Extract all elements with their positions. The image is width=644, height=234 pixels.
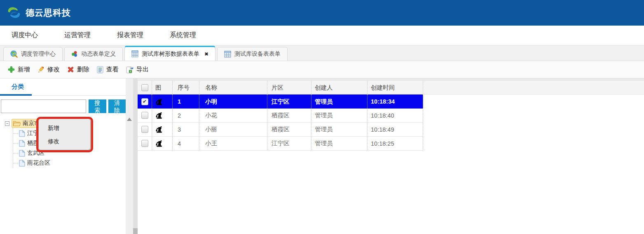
search-button[interactable]: 搜索 <box>89 99 106 113</box>
tree-connector <box>13 143 18 144</box>
table-grid-icon <box>224 51 231 58</box>
add-button[interactable]: 新增 <box>4 61 34 78</box>
tree-node-yuhuatai[interactable]: 雨花台区 <box>13 158 126 168</box>
grid-header-row: 图 序号 名称 片区 创建人 创建时间 <box>138 81 644 95</box>
tab-device-form[interactable]: 测试库设备表表单 <box>217 47 288 61</box>
nav-item-operations[interactable]: 运营管理 <box>64 31 91 40</box>
add-button-label: 新增 <box>18 66 30 73</box>
main-nav: 调度中心 运营管理 报表管理 系统管理 <box>0 26 644 45</box>
tab-strip: 调度管理中心 动态表单定义 测试库树形数据表表单 ✖ <box>0 45 644 61</box>
select-all-checkbox[interactable] <box>141 84 148 91</box>
name-cell: 小明 <box>199 95 267 109</box>
file-icon <box>19 150 25 157</box>
nav-item-system[interactable]: 系统管理 <box>170 31 196 40</box>
table-grid-icon <box>131 50 138 57</box>
content-area: 分类 搜索 清除 − 南京市 <box>0 78 644 234</box>
created-cell: 10:18:40 <box>368 109 423 122</box>
view-button-label: 查看 <box>106 66 119 73</box>
context-menu-add[interactable]: 新增 <box>39 121 90 135</box>
app-title: 德云思科技 <box>26 7 71 19</box>
column-header-name[interactable]: 名称 <box>199 81 267 95</box>
table-row[interactable]: 3 小丽 栖霞区 管理员 10:18:49 <box>138 123 423 137</box>
export-button-label: 导出 <box>136 66 149 73</box>
tree-connector <box>13 153 18 154</box>
camera-icon <box>155 139 163 147</box>
nav-item-reports[interactable]: 报表管理 <box>117 31 143 40</box>
add-icon <box>8 66 15 73</box>
tab-dispatch-management[interactable]: 调度管理中心 <box>3 47 63 61</box>
table-row[interactable]: 4 小王 江宁区 管理员 10:18:25 <box>138 137 423 151</box>
tab-label: 动态表单定义 <box>81 50 116 58</box>
grid-body: ✔ 1 小明 江宁区 管理员 10:18:34 2 小花 栖霞区 管理员 10:… <box>138 95 423 151</box>
tab-dynamic-form-definition[interactable]: 动态表单定义 <box>64 47 123 61</box>
delete-button[interactable]: 删除 <box>63 61 93 78</box>
edit-button-label: 修改 <box>47 66 60 73</box>
creator-cell: 管理员 <box>311 123 368 136</box>
export-button[interactable]: x 导出 <box>122 61 152 78</box>
name-cell: 小王 <box>199 137 267 150</box>
column-header-pic[interactable]: 图 <box>152 81 173 95</box>
tab-label: 调度管理中心 <box>21 50 56 58</box>
edit-icon <box>37 66 44 73</box>
district-cell: 栖霞区 <box>267 123 311 136</box>
nav-item-dispatch-center[interactable]: 调度中心 <box>12 31 38 40</box>
view-button[interactable]: 查看 <box>93 61 122 78</box>
camera-icon <box>155 111 163 119</box>
view-icon <box>97 66 103 73</box>
collapse-icon[interactable]: − <box>5 121 9 126</box>
creator-cell: 管理员 <box>311 109 368 122</box>
row-checkbox[interactable]: ✔ <box>141 98 148 105</box>
tree-connector <box>13 133 18 134</box>
tree-node-selected[interactable]: 南京市 <box>12 119 42 128</box>
edit-button[interactable]: 修改 <box>34 61 63 78</box>
tab-label: 测试库树形数据表表单 <box>142 50 199 58</box>
district-cell: 江宁区 <box>267 95 311 109</box>
seq-cell: 4 <box>173 137 199 150</box>
created-cell: 10:18:25 <box>368 137 423 150</box>
splitter-thumb[interactable] <box>133 228 138 234</box>
tab-tree-data-form[interactable]: 测试库树形数据表表单 ✖ <box>124 46 215 61</box>
grid-header-filler <box>423 81 644 95</box>
tab-label: 测试库设备表表单 <box>234 50 281 58</box>
category-sidebar: 分类 搜索 清除 − 南京市 <box>0 78 126 234</box>
column-header-district[interactable]: 片区 <box>267 81 311 95</box>
district-cell: 江宁区 <box>267 137 311 150</box>
camera-icon <box>155 98 163 106</box>
table-row[interactable]: 2 小花 栖霞区 管理员 10:18:40 <box>138 109 423 123</box>
category-panel-title: 分类 <box>0 78 126 96</box>
globe-search-icon <box>10 50 18 58</box>
column-header-seq[interactable]: 序号 <box>173 81 199 95</box>
seq-cell: 2 <box>173 109 199 122</box>
cloud-swirl-icon <box>6 5 22 21</box>
scroll-up-icon[interactable] <box>127 118 132 121</box>
column-header-created[interactable]: 创建时间 <box>368 81 423 95</box>
seq-cell: 3 <box>173 123 199 136</box>
district-cell: 栖霞区 <box>267 109 311 122</box>
created-cell: 10:18:34 <box>368 95 423 109</box>
column-header-creator[interactable]: 创建人 <box>311 81 368 95</box>
sidebar-scrollbar[interactable] <box>126 78 133 234</box>
category-search-input[interactable] <box>1 99 86 113</box>
clear-button[interactable]: 清除 <box>108 99 126 113</box>
data-grid-panel: 图 序号 名称 片区 创建人 创建时间 ✔ 1 小明 江宁区 管理员 10:18… <box>138 78 644 234</box>
app-header: 德云思科技 <box>0 0 644 26</box>
close-icon[interactable]: ✖ <box>204 52 208 57</box>
folder-open-icon <box>13 120 21 127</box>
delete-icon <box>67 66 74 73</box>
camera-icon <box>155 125 163 133</box>
file-icon <box>19 160 25 167</box>
tree-context-menu: 新增 修改 <box>38 118 91 150</box>
file-icon <box>19 140 25 147</box>
tree-node-label: 玄武区 <box>27 149 44 157</box>
row-checkbox[interactable] <box>141 126 148 133</box>
table-row[interactable]: ✔ 1 小明 江宁区 管理员 10:18:34 <box>138 95 423 109</box>
context-menu-edit[interactable]: 修改 <box>39 135 90 148</box>
creator-cell: 管理员 <box>311 137 368 150</box>
category-search-row: 搜索 清除 <box>1 99 126 113</box>
category-title-label: 分类 <box>12 83 24 90</box>
row-checkbox[interactable] <box>141 140 148 147</box>
panel-splitter[interactable] <box>133 78 138 234</box>
toolbar: 新增 修改 删除 <box>0 61 644 78</box>
name-cell: 小丽 <box>199 123 267 136</box>
row-checkbox[interactable] <box>141 112 148 119</box>
